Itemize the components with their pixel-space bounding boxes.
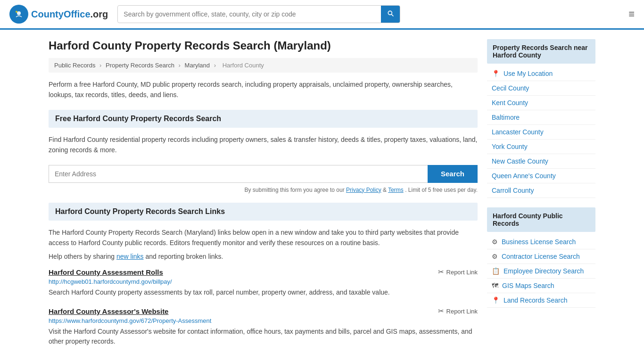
sidebar-public-record-icon-1: ⚙ <box>492 253 498 260</box>
global-search-bar <box>117 5 400 23</box>
sidebar-public-record-icon-3: 🗺 <box>492 282 498 289</box>
hamburger-menu-button[interactable]: ≡ <box>628 8 635 20</box>
svg-point-1 <box>17 11 21 15</box>
sidebar-county-link-6[interactable]: Queen Anne's County <box>492 172 556 180</box>
free-search-description: Find Harford County residential property… <box>49 134 478 156</box>
sidebar-county-item-3[interactable]: Lancaster County <box>487 125 595 140</box>
sidebar-county-item-1[interactable]: Kent County <box>487 96 595 110</box>
sidebar-public-record-item-3[interactable]: 🗺 GIS Maps Search <box>487 279 595 293</box>
sidebar-public-record-link-3[interactable]: GIS Maps Search <box>502 282 554 289</box>
report-link-button-1[interactable]: ✂ Report Link <box>438 307 478 315</box>
sidebar-public-record-item-0[interactable]: ⚙ Business License Search <box>487 235 595 249</box>
sidebar: Property Records Search near Harford Cou… <box>487 39 595 356</box>
sidebar-county-link-5[interactable]: New Castle County <box>492 157 548 165</box>
breadcrumb-public-records[interactable]: Public Records <box>54 62 95 69</box>
sidebar-public-record-link-1[interactable]: Contractor License Search <box>502 253 580 260</box>
content-area: Harford County Property Records Search (… <box>49 39 478 356</box>
main-container: Harford County Property Records Search (… <box>39 30 605 362</box>
sidebar-county-item-2[interactable]: Baltimore <box>487 110 595 125</box>
sidebar-county-link-2[interactable]: Baltimore <box>492 114 520 121</box>
address-search-button[interactable]: Search <box>428 165 478 183</box>
sidebar-public-record-link-2[interactable]: Employee Directory Search <box>504 267 584 275</box>
link-title-1[interactable]: Harford County Assessor's Website <box>49 307 168 315</box>
nearby-counties-container: Cecil CountyKent CountyBaltimoreLancaste… <box>487 81 595 198</box>
link-item-header-1: Harford County Assessor's Website ✂ Repo… <box>49 307 478 315</box>
sidebar-county-item-7[interactable]: Carroll County <box>487 183 595 198</box>
sidebar-public-record-item-4[interactable]: 📍 Land Records Search <box>487 293 595 308</box>
link-title-0[interactable]: Harford County Assessment Rolls <box>49 268 163 276</box>
report-link-label-0: Report Link <box>446 269 478 276</box>
privacy-policy-link[interactable]: Privacy Policy <box>346 187 381 193</box>
link-url-1: https://www.harfordcountymd.gov/672/Prop… <box>49 317 478 324</box>
site-header: CountyOffice.org ≡ <box>0 0 644 30</box>
report-link-label-1: Report Link <box>446 308 478 315</box>
nearby-section: Property Records Search near Harford Cou… <box>487 39 595 198</box>
sidebar-county-link-3[interactable]: Lancaster County <box>492 128 544 136</box>
free-search-heading: Free Harford County Property Records Sea… <box>49 110 478 128</box>
logo-text: CountyOffice.org <box>31 9 108 20</box>
sidebar-county-link-1[interactable]: Kent County <box>492 99 528 107</box>
page-title: Harford County Property Records Search (… <box>49 39 478 52</box>
public-records-container: ⚙ Business License Search ⚙ Contractor L… <box>487 235 595 308</box>
sidebar-county-item-0[interactable]: Cecil County <box>487 81 595 96</box>
location-pin-icon: 📍 <box>492 70 500 77</box>
global-search-button[interactable] <box>381 6 400 23</box>
links-container: Harford County Assessment Rolls ✂ Report… <box>49 268 478 346</box>
sidebar-county-link-7[interactable]: Carroll County <box>492 187 534 194</box>
sidebar-public-record-icon-4: 📍 <box>492 296 500 304</box>
sidebar-county-item-6[interactable]: Queen Anne's County <box>487 169 595 183</box>
use-my-location-item[interactable]: 📍 Use My Location <box>487 66 595 81</box>
new-links-link[interactable]: new links <box>116 253 144 260</box>
report-icon-1: ✂ <box>438 307 444 315</box>
sidebar-county-link-4[interactable]: York County <box>492 143 528 150</box>
link-desc-0: Search Harford County property assessmen… <box>49 288 478 297</box>
sidebar-public-record-link-0[interactable]: Business License Search <box>502 238 576 246</box>
breadcrumb: Public Records › Property Records Search… <box>49 58 478 73</box>
sidebar-public-record-item-1[interactable]: ⚙ Contractor License Search <box>487 249 595 264</box>
sidebar-county-link-0[interactable]: Cecil County <box>492 84 529 92</box>
link-item-header-0: Harford County Assessment Rolls ✂ Report… <box>49 268 478 276</box>
address-search-form: Search <box>49 165 478 183</box>
public-records-section: Harford County Public Records ⚙ Business… <box>487 207 595 308</box>
link-url-0: http://hcgweb01.harfordcountymd.gov/bill… <box>49 278 478 285</box>
sidebar-public-record-link-4[interactable]: Land Records Search <box>504 296 567 304</box>
address-input[interactable] <box>49 165 428 183</box>
breadcrumb-property-records-search[interactable]: Property Records Search <box>106 62 174 69</box>
logo-icon <box>9 5 28 24</box>
logo[interactable]: CountyOffice.org <box>9 5 108 24</box>
link-item: Harford County Assessor's Website ✂ Repo… <box>49 307 478 346</box>
form-note: By submitting this form you agree to our… <box>49 187 478 193</box>
sidebar-public-record-item-2[interactable]: 📋 Employee Directory Search <box>487 264 595 279</box>
terms-link[interactable]: Terms <box>388 187 404 193</box>
sidebar-public-record-icon-2: 📋 <box>492 267 500 275</box>
page-description: Perform a free Harford County, MD public… <box>49 79 478 100</box>
svg-point-2 <box>16 11 17 13</box>
sidebar-public-record-icon-0: ⚙ <box>492 238 498 246</box>
use-my-location-link[interactable]: Use My Location <box>504 70 553 77</box>
link-desc-1: Visit the Harford County Assessor's webs… <box>49 327 478 346</box>
sharing-text: Help others by sharing new links and rep… <box>49 253 478 260</box>
nearby-section-title: Property Records Search near Harford Cou… <box>487 39 595 64</box>
sidebar-county-item-4[interactable]: York County <box>487 140 595 154</box>
breadcrumb-harford-county: Harford County <box>223 62 264 69</box>
breadcrumb-maryland[interactable]: Maryland <box>185 62 210 69</box>
links-description: The Harford County Property Records Sear… <box>49 227 478 248</box>
report-icon-0: ✂ <box>438 268 444 276</box>
links-section-heading: Harford County Property Records Search L… <box>49 203 478 221</box>
link-item: Harford County Assessment Rolls ✂ Report… <box>49 268 478 297</box>
public-records-section-title: Harford County Public Records <box>487 207 595 232</box>
sidebar-county-item-5[interactable]: New Castle County <box>487 154 595 169</box>
report-link-button-0[interactable]: ✂ Report Link <box>438 268 478 276</box>
global-search-input[interactable] <box>118 7 381 22</box>
